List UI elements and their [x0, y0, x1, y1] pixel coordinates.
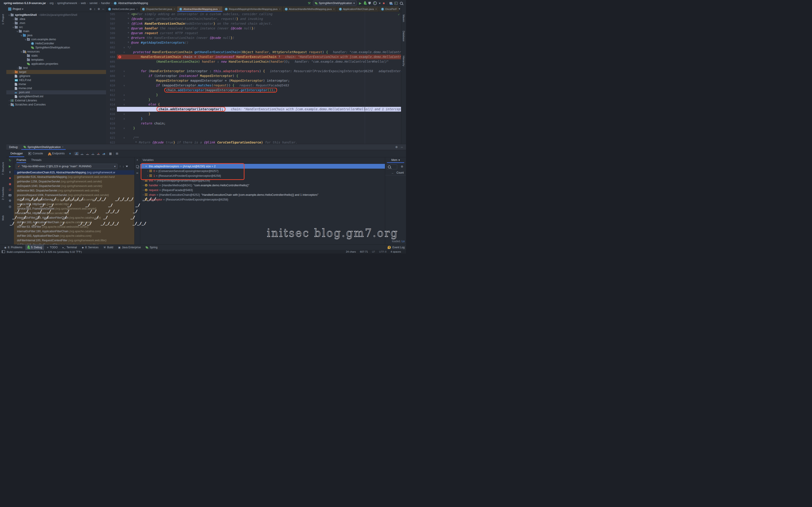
stack-frame[interactable]: processRequest:1006, FrameworkServlet (o… [14, 193, 134, 198]
toolwindow-spring[interactable]: Spring [144, 245, 159, 250]
tool-strip-web[interactable]: Web [2, 216, 4, 220]
fold-marker-icon[interactable]: ∨ [123, 73, 125, 78]
debug-tab-debugger[interactable]: Debugger [8, 150, 25, 157]
memory-tab[interactable]: Mem ▾ [385, 157, 406, 163]
tool-strip-project[interactable]: 1: Project [2, 14, 4, 24]
tree-item[interactable]: ∨springMemShell~/d4m1ts/java/springMemSh… [6, 13, 106, 17]
stack-frame[interactable]: getHandlerExecutionChain:615, AbstractHa… [14, 170, 134, 175]
variable-row[interactable]: ›phandler={HandlerMethod@6241}"com.examp… [140, 183, 385, 188]
variable-row[interactable]: ›1={ResourceUrlProviderExposingIntercept… [140, 173, 385, 178]
fold-marker-icon[interactable]: ∧ [123, 45, 125, 50]
more-tabs-icon[interactable]: ▾ [399, 7, 400, 10]
breadcrumb-item[interactable]: handler [101, 2, 110, 5]
search-everywhere-icon[interactable] [400, 2, 403, 5]
code-line[interactable]: 613∧ } [106, 97, 401, 102]
close-icon[interactable]: × [136, 8, 138, 10]
breadcrumb-item[interactable]: springframework [57, 2, 77, 5]
code-line[interactable]: 605 (HandlerExecutionChain) handler : ne… [106, 59, 401, 64]
tree-chevron-icon[interactable]: › [12, 22, 15, 24]
tree-item[interactable]: templates [6, 58, 106, 62]
gear-icon[interactable]: ⚙ [401, 165, 403, 168]
stack-frame[interactable]: doFilter:53, WsFilter (org.apache.tomcat… [14, 225, 134, 229]
variable-row[interactable]: ›this={RequestMappingHandlerMapping@6209… [140, 178, 385, 183]
code-line[interactable]: 621∨ /** [106, 135, 401, 140]
tab-frames[interactable]: Frames [16, 157, 26, 163]
close-icon[interactable]: × [219, 8, 220, 10]
tree-item[interactable]: CHelloController [6, 42, 106, 46]
breadcrumb-item[interactable]: servlet [90, 2, 97, 5]
toolwindow-services[interactable]: ◆8: Services [80, 245, 101, 250]
mute-breakpoints-icon[interactable]: ∅ [9, 188, 11, 191]
tree-chevron-icon[interactable]: › [142, 179, 145, 182]
variable-row[interactable]: ›chain={HandlerExecutionChain@6252}"Hand… [140, 192, 385, 197]
layout-icon[interactable]: ≡ [68, 152, 72, 155]
stack-frame[interactable]: getHandler:516, AbstractHandlerMapping (… [14, 175, 134, 179]
gear-icon[interactable]: ⚙ [98, 7, 100, 11]
tree-chevron-icon[interactable]: › [8, 103, 11, 106]
editor-tab[interactable]: CHelloController.java× [106, 6, 140, 12]
next-frame-icon[interactable]: ↓ [122, 165, 124, 168]
debug-session-tab[interactable]: SpringMemShellApplication × [21, 144, 66, 150]
tree-chevron-icon[interactable]: ∨ [24, 38, 27, 41]
tree-item[interactable]: SpringMemShellApplication [6, 46, 106, 50]
stack-frame[interactable]: internalDoFilter:228, ApplicationFilterC… [14, 216, 134, 220]
tree-chevron-icon[interactable]: › [12, 18, 15, 20]
rerun-icon[interactable]: ↻ [9, 159, 11, 162]
layout-settings-icon[interactable]: ⊞ [115, 152, 119, 155]
status-item[interactable]: 607:71 [360, 250, 368, 253]
variable-row[interactable]: ›prequest={RequestFacade@5483} [140, 188, 385, 192]
drop-frame-icon[interactable]: × [96, 152, 101, 155]
tree-chevron-icon[interactable]: › [16, 67, 19, 69]
tool-strip-maven[interactable]: Maven [402, 14, 405, 22]
fold-marker-icon[interactable]: ∨ [123, 135, 125, 140]
tool-strip-structure[interactable]: 7: Structure [2, 162, 4, 175]
step-over-icon[interactable]: ↓ [80, 152, 84, 155]
code-line[interactable]: 602∧ */ [106, 45, 401, 50]
stack-frame[interactable]: doFilter:163, ApplicationFilterChain (or… [14, 234, 134, 238]
tree-chevron-icon[interactable]: › [8, 99, 11, 102]
run-anything-icon[interactable] [395, 2, 398, 5]
editor-tab[interactable]: CDispatcherServlet.java× [140, 6, 177, 12]
view-breakpoints-icon[interactable]: ◉ [9, 182, 11, 185]
thread-selector[interactable]: ✓ "http-nio-8080-exec-1"@5,223 in group … [16, 164, 117, 169]
breadcrumb-item[interactable]: web [81, 2, 86, 5]
status-item[interactable]: 4 spaces [391, 250, 401, 253]
code-line[interactable]: 616∧ } [106, 112, 401, 116]
tree-item[interactable]: ∨main [6, 29, 106, 33]
toolwindow-debug[interactable]: 5: Debug [26, 245, 44, 250]
run-button[interactable]: ▶ [359, 2, 362, 5]
breakpoint-icon[interactable]: ✓ [118, 55, 121, 58]
fold-marker-icon[interactable]: ∨ [123, 69, 125, 73]
tree-item[interactable]: mpom.xml [6, 90, 106, 94]
code-line[interactable]: 622 * Return {@code true} if there is a … [106, 140, 401, 144]
tree-item[interactable]: ›test [6, 66, 106, 70]
pause-icon[interactable]: ‖ [9, 171, 10, 174]
tree-item[interactable]: static [6, 54, 106, 58]
collapse-all-icon[interactable]: ↕ [94, 7, 95, 11]
fold-marker-icon[interactable]: ∧ [123, 112, 125, 116]
tree-chevron-icon[interactable]: ∨ [12, 26, 15, 29]
variable-row[interactable]: ∨∞this.adaptedInterceptors={ArrayList@62… [140, 164, 385, 169]
code-line[interactable]: 612∧ } [106, 93, 401, 97]
tree-chevron-icon[interactable]: › [146, 174, 149, 177]
code-line[interactable]: 618 return chain; [106, 121, 401, 126]
tree-chevron-icon[interactable]: ∨ [142, 165, 145, 168]
pin-icon[interactable]: ◎ [9, 205, 11, 208]
fold-marker-icon[interactable]: ∨ [123, 102, 125, 107]
camera-icon[interactable] [9, 194, 11, 196]
chevron-down-icon[interactable]: ▾ [22, 7, 23, 11]
watches-icon[interactable]: ∞ [136, 171, 139, 174]
tree-chevron-icon[interactable]: ∨ [8, 14, 11, 16]
tool-window-toggle-icon[interactable] [2, 250, 5, 253]
code-line[interactable]: 601 * @see #getAdaptedInterceptors() [106, 40, 401, 45]
tree-item[interactable]: ›target [6, 70, 106, 74]
stack-frame[interactable]: internalDoFilter:190, ApplicationFilterC… [14, 229, 134, 234]
fold-marker-icon[interactable]: ∧ [123, 97, 125, 102]
code-line[interactable]: 599 * @param request current HTTP reques… [106, 31, 401, 36]
fold-marker-icon[interactable]: ∧ [123, 116, 125, 121]
toolwindow-javaee[interactable]: ▣Java Enterprise [116, 245, 143, 250]
tree-item[interactable]: MDHELP.md [6, 78, 106, 82]
tree-item[interactable]: .gitignore [6, 74, 106, 78]
toolwindow-build[interactable]: ⚒Build [101, 245, 115, 250]
tree-chevron-icon[interactable]: › [142, 198, 145, 201]
